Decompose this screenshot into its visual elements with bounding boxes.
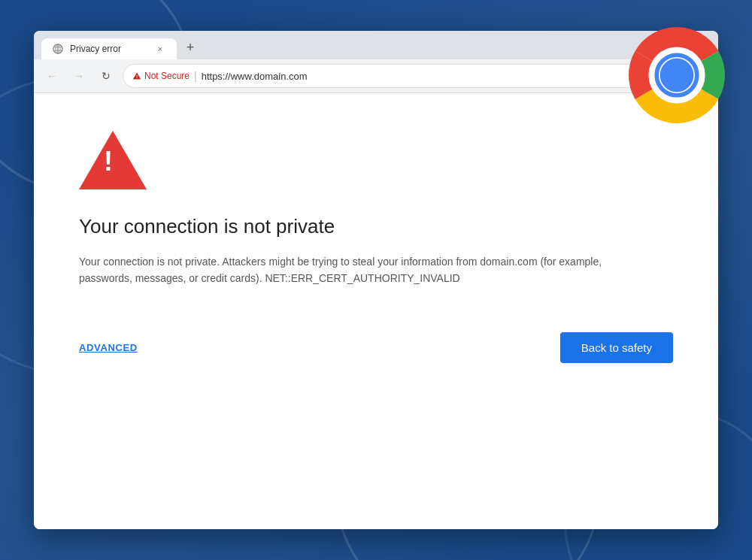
svg-text:!: !: [136, 74, 138, 79]
back-to-safety-button[interactable]: Back to safety: [560, 332, 673, 363]
url-display: https://www.domain.com: [202, 71, 308, 82]
tab-favicon: [52, 43, 64, 55]
error-heading: Your connection is not private: [79, 215, 673, 238]
tab-title: Privacy error: [70, 44, 148, 54]
svg-point-2: [660, 59, 694, 92]
back-button[interactable]: ←: [41, 65, 62, 86]
warning-triangle-icon: !: [132, 71, 141, 80]
refresh-button[interactable]: ↻: [96, 65, 117, 86]
chrome-logo: [617, 15, 737, 135]
browser-toolbar: ← → ↻ ! Not Secure | https://www.domain.…: [34, 59, 718, 93]
error-actions: ADVANCED Back to safety: [79, 332, 673, 363]
new-tab-button[interactable]: +: [180, 37, 201, 58]
warning-icon: [79, 131, 673, 192]
advanced-link[interactable]: ADVANCED: [79, 342, 138, 353]
warning-triangle: [79, 131, 147, 189]
not-secure-badge: ! Not Secure: [132, 71, 190, 81]
browser-titlebar: Privacy error × +: [34, 31, 718, 59]
error-description: Your connection is not private. Attacker…: [79, 253, 605, 287]
browser-tab[interactable]: Privacy error ×: [41, 38, 177, 59]
browser-window: Privacy error × + ← → ↻ ! Not Secure | h…: [34, 31, 718, 529]
browser-content: Your connection is not private Your conn…: [34, 93, 718, 529]
not-secure-label: Not Secure: [144, 71, 190, 81]
forward-button[interactable]: →: [68, 65, 89, 86]
tab-close-button[interactable]: ×: [154, 43, 166, 55]
address-bar-separator: |: [194, 70, 197, 82]
